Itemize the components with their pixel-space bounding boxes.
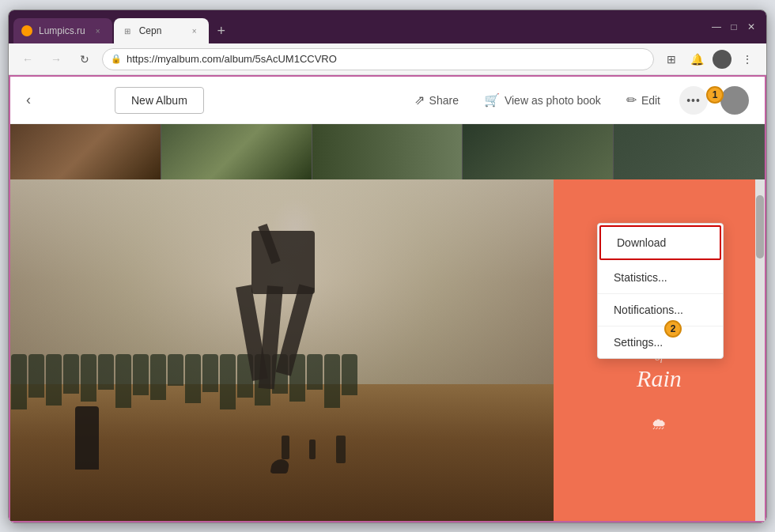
minimize-button[interactable]: —: [711, 21, 722, 32]
share-button[interactable]: ⇗ Share: [408, 88, 465, 112]
strip-image-5: [614, 124, 765, 179]
edit-button[interactable]: ✏ Edit: [620, 88, 667, 112]
rain-text-line5: Rain: [628, 364, 690, 393]
machine-leg-2: [258, 285, 282, 389]
browser-actions: ⊞ 🔔 ⋮: [660, 48, 758, 70]
tabs-area: Lumpics.ru × ⊞ Cepn × +: [9, 10, 701, 43]
dropdown-menu: Download Statistics... Notifications... …: [597, 223, 724, 359]
view-as-photo-book-button[interactable]: 🛒 View as photo book: [478, 88, 607, 112]
small-figure-2: [309, 440, 316, 459]
strip-image-3: [312, 124, 463, 179]
annotation-badge-2: 2: [664, 320, 682, 338]
new-tab-button[interactable]: +: [210, 20, 232, 42]
url-text: https://myalbum.com/album/5sAcUM1CCVRO: [127, 53, 337, 65]
maximize-button[interactable]: □: [728, 21, 739, 32]
user-avatar[interactable]: [720, 86, 749, 115]
page-back-button[interactable]: ‹: [26, 92, 31, 108]
notifications-label: Notifications...: [614, 304, 683, 316]
cepn-favicon-icon: ⊞: [122, 25, 133, 36]
scrollbar-thumb[interactable]: [756, 195, 764, 258]
url-bar[interactable]: 🔒 https://myalbum.com/album/5sAcUM1CCVRO: [102, 48, 654, 70]
share-icon: ⇗: [414, 92, 425, 108]
page-content: ‹ New Album ⇗ Share 🛒 View as photo book…: [9, 75, 766, 523]
close-button[interactable]: ✕: [746, 21, 757, 32]
rain-icon: 🌧: [651, 415, 667, 433]
menu-button[interactable]: ⋮: [736, 48, 758, 70]
main-image-area: I love - the - smell of Rain 🌧 Download …: [10, 179, 765, 521]
address-bar: ← → ↻ 🔒 https://myalbum.com/album/5sAcUM…: [9, 43, 766, 75]
tab-lumpics[interactable]: Lumpics.ru ×: [13, 18, 112, 43]
figure-silhouette: [75, 406, 99, 470]
edit-icon: ✏: [626, 92, 637, 108]
small-figure-1: [282, 436, 289, 459]
dropdown-statistics[interactable]: Statistics...: [598, 262, 723, 294]
more-icon: •••: [686, 94, 701, 107]
tab-cepn-label: Cepn: [139, 25, 162, 36]
tab-cepn-close[interactable]: ×: [188, 25, 201, 37]
settings-label: Settings...: [614, 336, 663, 349]
lock-icon: 🔒: [111, 54, 122, 64]
view-as-photo-book-label: View as photo book: [505, 94, 601, 107]
profile-button[interactable]: [711, 48, 733, 70]
strip-image-2: [161, 124, 312, 179]
download-label: Download: [617, 236, 666, 249]
tab-cepn[interactable]: ⊞ Cepn ×: [114, 18, 209, 43]
war-machine: [228, 231, 338, 389]
small-figure-3: [336, 436, 346, 463]
window-controls: — □ ✕: [701, 10, 766, 43]
statistics-label: Statistics...: [614, 271, 667, 284]
tab-lumpics-close[interactable]: ×: [92, 25, 104, 37]
translate-button[interactable]: ⊞: [660, 48, 682, 70]
machine-body: [251, 231, 315, 294]
edit-label: Edit: [641, 94, 660, 107]
forward-button[interactable]: →: [45, 48, 67, 70]
page-toolbar: ‹ New Album ⇗ Share 🛒 View as photo book…: [10, 77, 765, 124]
extension-button[interactable]: 🔔: [686, 48, 708, 70]
dropdown-settings[interactable]: Settings...: [598, 326, 723, 358]
main-photo: [10, 179, 554, 521]
dropdown-notifications[interactable]: Notifications...: [598, 294, 723, 326]
strip-image-1: [10, 124, 161, 179]
scrollbar[interactable]: [755, 179, 765, 521]
annotation-badge-1: 1: [706, 86, 724, 104]
browser-window: Lumpics.ru × ⊞ Cepn × + — □ ✕ ← → ↻ 🔒 ht…: [8, 9, 767, 523]
dropdown-download[interactable]: Download: [599, 225, 721, 260]
lumpics-favicon-icon: [21, 25, 32, 36]
more-button[interactable]: •••: [679, 86, 708, 115]
tab-lumpics-label: Lumpics.ru: [39, 25, 85, 36]
back-button[interactable]: ←: [17, 48, 39, 70]
new-album-button[interactable]: New Album: [115, 87, 204, 114]
title-bar: Lumpics.ru × ⊞ Cepn × + — □ ✕: [9, 10, 766, 43]
image-strip: [10, 124, 765, 179]
reload-button[interactable]: ↻: [74, 48, 96, 70]
profile-avatar-small: [713, 50, 732, 69]
strip-image-4: [463, 124, 614, 179]
share-label: Share: [429, 94, 459, 107]
photo-book-icon: 🛒: [484, 92, 500, 108]
